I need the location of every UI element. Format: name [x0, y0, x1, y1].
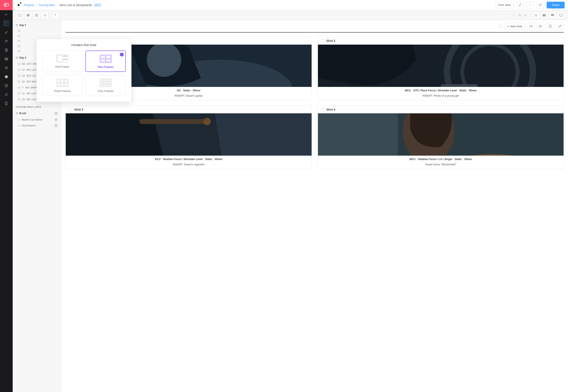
- broll-name: Stuart's Car Interior: [22, 118, 52, 121]
- shot-title: Shot 2: [326, 39, 335, 42]
- tool-grid-icon[interactable]: [25, 12, 32, 19]
- frames-option[interactable]: Three Frames: [42, 75, 83, 96]
- frames-thumb-icon: [56, 55, 68, 63]
- link-icon[interactable]: [556, 23, 564, 30]
- svg-point-1: [5, 40, 7, 41]
- custom-lists-header: CUSTOM SHOT LISTS: [13, 102, 61, 110]
- scene-icon: [18, 98, 20, 100]
- more-button[interactable]: [526, 2, 534, 8]
- svg-rect-18: [35, 14, 36, 16]
- nav-back-icon[interactable]: [0, 10, 13, 19]
- shot-card[interactable]: Shot 4MCU·Shallow Focus / LA / Single·St…: [318, 106, 564, 169]
- svg-rect-25: [551, 14, 552, 14]
- comments-button[interactable]: [537, 2, 544, 8]
- shot-meta: MCU·Shallow Focus / LA / Single·Static·2…: [318, 156, 564, 162]
- scene-item[interactable]: [13, 33, 61, 39]
- chevron-right-icon: ›: [36, 3, 37, 7]
- svg-rect-50: [318, 113, 398, 156]
- svg-rect-32: [16, 25, 18, 26]
- zoom-reset-icon[interactable]: [518, 14, 521, 17]
- export-button[interactable]: [516, 2, 524, 8]
- brand-logo[interactable]: [0, 0, 13, 10]
- svg-rect-26: [552, 14, 553, 14]
- note-icon[interactable]: [546, 23, 554, 30]
- svg-rect-27: [553, 14, 554, 14]
- crumb-projects[interactable]: Projects: [24, 3, 34, 7]
- view-grid-icon[interactable]: [549, 12, 556, 19]
- svg-point-20: [45, 15, 45, 16]
- chevron-right-icon: ›: [57, 3, 58, 7]
- frames-option[interactable]: Four Frames: [85, 75, 126, 96]
- svg-rect-33: [16, 57, 18, 59]
- nav-book-icon[interactable]: [0, 99, 13, 108]
- svg-point-21: [518, 14, 520, 16]
- scene-icon: [18, 86, 20, 89]
- shot-card[interactable]: Shot 2MCU·OTS / Rack Focus / Shoulder Le…: [318, 37, 564, 100]
- svg-point-48: [203, 118, 211, 125]
- broll-icon: [18, 119, 20, 121]
- nav-people-icon[interactable]: [0, 37, 13, 46]
- select-all-checkbox[interactable]: [499, 25, 502, 28]
- camera-icon[interactable]: [527, 23, 535, 30]
- scene-icon: [18, 81, 20, 83]
- shot-checkbox[interactable]: [69, 108, 72, 111]
- frames-option[interactable]: ✓Two Frames: [85, 51, 126, 72]
- nav-script-icon[interactable]: [0, 46, 13, 55]
- nav-rail: [0, 0, 13, 392]
- nav-project-thumb[interactable]: [0, 19, 13, 28]
- broll-name: Club Exterior: [22, 124, 52, 127]
- svg-rect-47: [139, 119, 207, 124]
- svg-rect-7: [5, 84, 8, 87]
- view-list-icon[interactable]: [532, 12, 539, 19]
- crumb-page: Shot Lists & Storyboards: [59, 3, 92, 7]
- zoom-in-icon[interactable]: +: [524, 13, 526, 17]
- svg-point-10: [529, 5, 529, 5]
- broll-header[interactable]: B-roll 4: [13, 110, 61, 117]
- frames-option[interactable]: One Frame: [42, 51, 83, 72]
- new-shot-button[interactable]: +New Shot: [504, 23, 525, 30]
- nav-columns-icon[interactable]: [0, 55, 13, 63]
- app-logo-icon[interactable]: [16, 2, 21, 8]
- tool-split-icon[interactable]: [33, 12, 40, 19]
- svg-point-9: [5, 95, 6, 96]
- shot-image: [318, 113, 564, 156]
- svg-point-38: [550, 27, 550, 27]
- svg-rect-22: [543, 14, 545, 14]
- tool-gear-icon[interactable]: [42, 12, 49, 19]
- canvas-header: +New Shot: [66, 20, 564, 33]
- nav-edit-icon[interactable]: [0, 28, 13, 37]
- shot-card[interactable]: Shot 3ECU·Shallow Focus / Shoulder Level…: [66, 106, 312, 169]
- nav-settings-icon[interactable]: [0, 90, 13, 99]
- shot-checkbox[interactable]: [321, 39, 324, 42]
- shot-meta: MCU·OTS / Rack Focus / Shoulder Level·St…: [318, 87, 564, 93]
- view-present-icon[interactable]: [557, 12, 565, 19]
- frames-thumb-icon: [100, 79, 112, 87]
- day-header-1[interactable]: Day 1: [13, 22, 61, 28]
- zoom-out-icon[interactable]: −: [513, 13, 515, 17]
- nav-list-icon[interactable]: [0, 63, 13, 72]
- broll-item[interactable]: Club Exterior2: [13, 123, 61, 128]
- svg-rect-31: [560, 14, 562, 16]
- broll-item[interactable]: Stuart's Car Interior2: [13, 117, 61, 123]
- version-pill[interactable]: v3▾: [94, 3, 101, 7]
- frames-option-label: Two Frames: [98, 65, 113, 69]
- broll-count: 4: [54, 112, 58, 115]
- crumb-project[interactable]: Touring Man: [39, 3, 55, 7]
- tool-frame-icon[interactable]: [16, 12, 23, 19]
- frames-option-label: Three Frames: [54, 89, 71, 93]
- view-rows-icon[interactable]: [540, 12, 548, 19]
- nav-shotlist-icon[interactable]: [0, 72, 13, 81]
- tool-help-icon[interactable]: ?: [52, 12, 59, 19]
- shot-checkbox[interactable]: [321, 108, 324, 111]
- svg-rect-36: [539, 25, 540, 27]
- day2-label: Day 2: [19, 56, 26, 59]
- svg-rect-45: [441, 84, 478, 87]
- frames-option-label: Four Frames: [98, 89, 113, 93]
- frames-option-label: One Frame: [55, 65, 69, 68]
- nav-calendar-icon[interactable]: [0, 81, 13, 90]
- scene-item[interactable]: [13, 28, 61, 33]
- print-view-button[interactable]: Print View: [495, 2, 514, 8]
- svg-rect-29: [552, 15, 553, 16]
- share-button[interactable]: Share: [547, 2, 565, 8]
- layout-icon[interactable]: [537, 23, 544, 30]
